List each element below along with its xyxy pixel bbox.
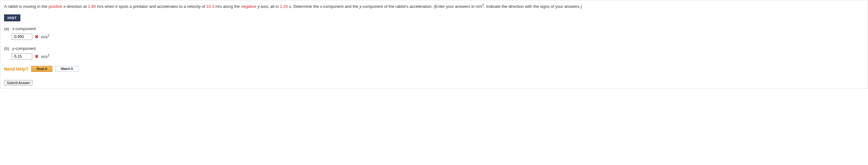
part-a: (a)x-component ✖ m/s2 bbox=[4, 26, 864, 40]
text: m/s along the bbox=[214, 4, 241, 9]
read-it-button[interactable]: Read It bbox=[31, 66, 52, 72]
text-red: 10.3 bbox=[206, 4, 214, 9]
part-letter: (a) bbox=[4, 26, 9, 31]
problem-statement: A rabbit is moving in the positive x-dir… bbox=[4, 3, 864, 10]
text: -component of the rabbit's acceleration.… bbox=[361, 4, 482, 9]
text-red: negative bbox=[241, 4, 256, 9]
part-letter: (b) bbox=[4, 46, 9, 51]
incorrect-icon: ✖ bbox=[35, 54, 38, 59]
answer-input-a[interactable] bbox=[11, 33, 32, 40]
hint-button[interactable]: HINT bbox=[4, 15, 20, 21]
text-red: 2.20 bbox=[280, 4, 288, 9]
incorrect-icon: ✖ bbox=[35, 34, 38, 39]
submit-answer-button[interactable]: Submit Answer bbox=[4, 80, 33, 86]
need-help-row: Need Help? Read It Watch It bbox=[4, 66, 864, 72]
text: m/s when it spots a predator and acceler… bbox=[96, 4, 207, 9]
unit-label: m/s2 bbox=[41, 54, 50, 59]
text: . Indicate the direction with the signs … bbox=[484, 4, 582, 9]
part-b-label: (b)y-component bbox=[4, 46, 864, 51]
part-suffix: -component bbox=[14, 26, 36, 31]
answer-input-b[interactable] bbox=[11, 53, 32, 60]
part-suffix: -component bbox=[14, 46, 36, 51]
watch-it-button[interactable]: Watch It bbox=[56, 66, 78, 72]
text: s. Determine the bbox=[288, 4, 320, 9]
unit-label: m/s2 bbox=[41, 34, 50, 39]
text: -direction at bbox=[65, 4, 88, 9]
need-help-label: Need Help? bbox=[4, 66, 28, 72]
text: -axis, all in bbox=[259, 4, 280, 9]
text-red: 1.90 bbox=[88, 4, 96, 9]
text: A rabbit is moving in the bbox=[4, 4, 49, 9]
part-b: (b)y-component ✖ m/s2 bbox=[4, 46, 864, 60]
text: -component and the bbox=[322, 4, 360, 9]
part-a-label: (a)x-component bbox=[4, 26, 864, 31]
text-red: positive bbox=[49, 4, 62, 9]
